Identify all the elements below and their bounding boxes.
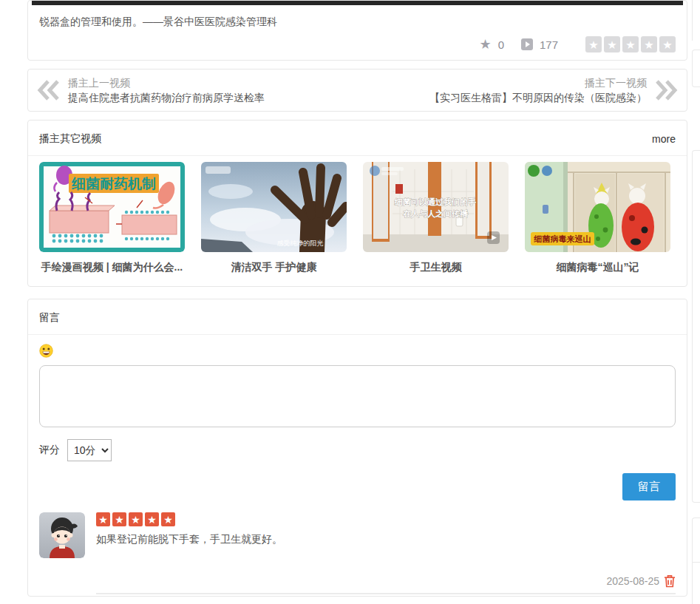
prev-video-link[interactable]: 播主上一视频 提高住院患者抗菌药物治疗前病原学送检率 xyxy=(37,75,265,105)
video-info-card: 锐器盒的管理和使用。——景谷中医医院感染管理科 ★ 0 177 ★ ★ ★ ★ … xyxy=(27,0,687,61)
more-link[interactable]: more xyxy=(652,133,676,145)
next-video-title: 【实习医生格雷】不明原因的传染（医院感染） xyxy=(429,90,647,105)
trash-icon xyxy=(664,574,676,588)
comment-body: ★ ★ ★ ★ ★ 如果登记前能脱下手套，手卫生就更好。 2025-08-25 xyxy=(96,512,676,594)
thumb3-caption-line1: 细菌可以通过我们的手 xyxy=(394,197,476,206)
score-label: 评分 xyxy=(39,444,60,457)
comment-star-icon: ★ xyxy=(129,512,143,526)
rating-star-icon: ★ xyxy=(585,36,602,52)
video-title: 清洁双手 手护健康 xyxy=(201,261,347,274)
video-title: 手绘漫画视频 | 细菌为什么会... xyxy=(39,261,185,274)
comment-star-icon: ★ xyxy=(145,512,159,526)
submit-row: 留言 xyxy=(39,473,676,500)
delete-comment-button[interactable] xyxy=(664,574,676,588)
comment-text: 如果登记前能脱下手套，手卫生就更好。 xyxy=(96,533,676,546)
other-videos-title: 播主其它视频 xyxy=(39,132,101,146)
video-thumbnail-germ-patrol: 细菌病毒来巡山 xyxy=(525,162,670,252)
prev-video-texts: 播主上一视频 提高住院患者抗菌药物治疗前病原学送检率 xyxy=(68,75,265,105)
score-select[interactable]: 10分 xyxy=(67,439,112,461)
play-count: 177 xyxy=(540,38,558,51)
thumb1-caption: 细菌耐药机制 xyxy=(71,176,156,191)
prev-next-nav-card: 播主上一视频 提高住院患者抗菌药物治疗前病原学送检率 播主下一视频 【实习医生格… xyxy=(27,69,687,112)
emoji-picker-button[interactable] xyxy=(39,344,53,358)
comment-star-icon: ★ xyxy=(161,512,175,526)
side-card-sliver xyxy=(692,150,700,503)
double-chevron-left-icon xyxy=(37,79,61,101)
video-thumbnail-hand-hygiene: 细菌可以通过我们的手 在人与人之间传播 xyxy=(363,162,509,252)
video-item-3[interactable]: 细菌可以通过我们的手 在人与人之间传播 手卫生视频 xyxy=(363,162,509,274)
video-thumbnail-cartoon-bacteria: 细菌耐药机制 xyxy=(39,162,185,252)
video-player-bottom-edge xyxy=(32,1,683,5)
comments-title: 留言 xyxy=(39,311,60,325)
comment-star-icon: ★ xyxy=(112,512,126,526)
video-item-2[interactable]: 感受纯净的阳光 清洁双手 手护健康 xyxy=(201,162,347,274)
video-description: 锐器盒的管理和使用。——景谷中医医院感染管理科 xyxy=(39,16,676,29)
next-video-label: 播主下一视频 xyxy=(429,75,647,90)
video-title: 细菌病毒“巡山”记 xyxy=(525,261,670,274)
next-video-texts: 播主下一视频 【实习医生格雷】不明原因的传染（医院感染） xyxy=(429,75,647,105)
thumb4-caption: 细菌病毒来巡山 xyxy=(534,234,591,243)
prev-video-title: 提高住院患者抗菌药物治疗前病原学送检率 xyxy=(68,90,265,105)
thumb2-caption: 感受纯净的阳光 xyxy=(277,240,324,247)
submit-comment-button[interactable]: 留言 xyxy=(622,473,676,500)
main-column: 锐器盒的管理和使用。——景谷中医医院感染管理科 ★ 0 177 ★ ★ ★ ★ … xyxy=(27,0,687,597)
rating-star-icon: ★ xyxy=(641,36,657,52)
other-videos-header: 播主其它视频 more xyxy=(28,121,687,156)
favorite-count: 0 xyxy=(498,38,504,51)
other-videos-grid: 细菌耐药机制 xyxy=(28,156,687,286)
rating-star-icon: ★ xyxy=(622,36,639,52)
side-card-sliver xyxy=(692,50,700,87)
comment-date: 2025-08-25 xyxy=(606,575,659,587)
emoji-icon xyxy=(39,344,53,358)
video-item-1[interactable]: 细菌耐药机制 xyxy=(39,162,185,274)
rating-star-icon: ★ xyxy=(604,36,620,52)
rating-stars: ★ ★ ★ ★ ★ xyxy=(585,36,676,52)
comment-meta: 2025-08-25 xyxy=(96,574,676,593)
rating-star-icon: ★ xyxy=(659,36,676,52)
prev-video-label: 播主上一视频 xyxy=(68,75,265,90)
side-card-divider xyxy=(693,562,700,563)
score-row: 评分 10分 xyxy=(39,439,676,461)
video-title: 手卫生视频 xyxy=(363,261,509,274)
comment-input[interactable] xyxy=(39,365,676,427)
video-thumbnail-hand-sky: 感受纯净的阳光 xyxy=(201,162,347,252)
comments-header: 留言 xyxy=(28,299,687,335)
side-card-sliver xyxy=(692,518,700,604)
comments-card: 留言 评分 10分 留言 xyxy=(27,299,687,597)
comment-form: 评分 10分 留言 xyxy=(28,335,687,500)
next-video-link[interactable]: 播主下一视频 【实习医生格雷】不明原因的传染（医院感染） xyxy=(429,75,678,105)
comment-rating-stars: ★ ★ ★ ★ ★ xyxy=(96,512,676,526)
video-item-4[interactable]: 细菌病毒来巡山 细菌病毒“巡山”记 xyxy=(525,162,670,274)
other-videos-card: 播主其它视频 more 细菌耐药机制 xyxy=(27,120,687,287)
video-stats-row: ★ 0 177 ★ ★ ★ ★ ★ xyxy=(28,35,687,60)
commenter-avatar xyxy=(39,512,85,558)
side-card-sliver xyxy=(692,0,700,41)
comment-star-icon: ★ xyxy=(96,512,110,526)
play-count-icon xyxy=(521,38,533,50)
thumb3-caption-line2: 在人与人之间传播 xyxy=(402,209,469,219)
double-chevron-right-icon xyxy=(654,79,678,101)
comment-item: ★ ★ ★ ★ ★ 如果登记前能脱下手套，手卫生就更好。 2025-08-25 xyxy=(28,512,687,594)
favorite-star-icon: ★ xyxy=(479,38,491,51)
